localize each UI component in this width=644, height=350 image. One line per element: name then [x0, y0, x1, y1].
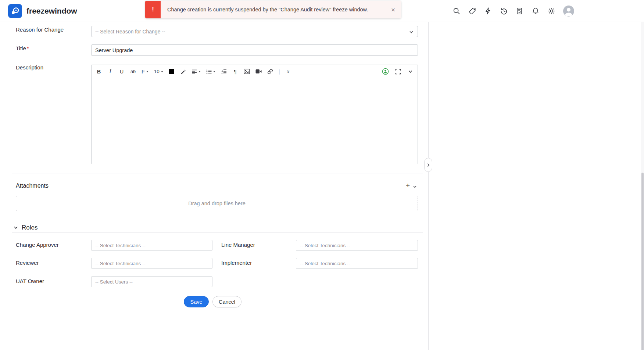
settings-icon[interactable] — [547, 7, 555, 15]
app-name: freezewindow — [26, 7, 77, 15]
editor-toolbar: B I U ab F 10 ¶ — [92, 65, 418, 78]
section-divider — [12, 173, 423, 173]
uat-owner-label: UAT Owner — [16, 278, 44, 284]
reason-for-change-select[interactable]: -- Select Reason for Change -- — [91, 26, 418, 37]
save-button[interactable]: Save — [184, 296, 209, 307]
implementer-input[interactable] — [296, 258, 418, 269]
insert-video-icon[interactable] — [255, 68, 262, 76]
freeze-warning-toast: ! Change creation is currently suspended… — [145, 1, 401, 18]
reviewer-input[interactable] — [91, 258, 212, 269]
roles-section-toggle[interactable]: Roles — [13, 224, 37, 231]
line-manager-label: Line Manager — [221, 242, 255, 248]
font-family-icon[interactable]: F — [142, 68, 149, 76]
roles-divider — [12, 232, 423, 232]
app-logo-icon — [8, 4, 22, 18]
dropzone-text: Drag and drop files here — [188, 201, 246, 206]
attachments-title: Attachments — [16, 183, 49, 189]
line-manager-input[interactable] — [296, 240, 418, 251]
font-size-icon[interactable]: 10 — [154, 68, 163, 76]
notifications-icon[interactable] — [532, 7, 540, 15]
quick-actions-icon[interactable] — [484, 7, 492, 15]
fullscreen-icon[interactable] — [395, 68, 401, 76]
toolbar-separator: | — [279, 68, 280, 75]
roles-title: Roles — [22, 224, 37, 231]
reviewer-label: Reviewer — [16, 260, 39, 266]
more-tools-icon[interactable]: » — [286, 68, 291, 76]
header-actions — [452, 0, 574, 22]
bold-icon[interactable]: B — [96, 68, 102, 76]
align-icon[interactable] — [192, 68, 201, 76]
add-attachment-icon[interactable]: + — [406, 182, 410, 189]
roles-chevron-icon — [13, 225, 18, 230]
description-textarea[interactable] — [92, 78, 418, 164]
right-panel-toggle[interactable] — [424, 158, 432, 172]
underline-icon[interactable]: U — [119, 68, 125, 76]
chevron-down-icon — [409, 29, 414, 36]
app-brand[interactable]: freezewindow — [8, 4, 77, 18]
outdent-icon[interactable] — [221, 68, 227, 76]
implementer-label: Implementer — [221, 260, 252, 266]
file-dropzone[interactable]: Drag and drop files here — [16, 196, 418, 211]
attachments-chevron-icon[interactable] — [412, 184, 417, 191]
highlight-pen-icon[interactable] — [180, 68, 186, 76]
history-icon[interactable] — [500, 7, 508, 15]
uat-owner-input[interactable] — [91, 276, 212, 287]
search-icon[interactable] — [452, 7, 461, 15]
right-panel-divider — [428, 22, 429, 350]
font-color-icon[interactable] — [169, 68, 175, 76]
change-approver-label: Change Approver — [16, 242, 59, 248]
change-approver-input[interactable] — [91, 240, 212, 251]
avatar[interactable] — [563, 6, 574, 17]
toast-message: Change creation is currently suspended b… — [161, 7, 375, 12]
description-editor: B I U ab F 10 ¶ — [91, 65, 418, 164]
insert-link-icon[interactable] — [267, 68, 273, 76]
list-icon[interactable] — [206, 68, 215, 76]
top-bar: freezewindow ! Change creation is curren… — [0, 0, 644, 22]
reason-for-change-value: -- Select Reason for Change -- — [95, 29, 165, 35]
description-label: Description — [16, 64, 43, 71]
paragraph-icon[interactable]: ¶ — [232, 68, 238, 76]
strikethrough-icon[interactable]: ab — [130, 68, 136, 76]
required-asterisk: * — [27, 45, 29, 51]
title-input[interactable] — [91, 44, 418, 56]
cancel-button[interactable]: Cancel — [212, 296, 242, 307]
alert-icon: ! — [145, 1, 161, 18]
approvals-icon[interactable] — [516, 7, 524, 15]
mention-user-icon[interactable] — [382, 68, 389, 76]
reason-for-change-label: Reason for Change — [16, 26, 64, 33]
title-label: Title* — [16, 45, 29, 51]
chevron-right-icon — [426, 163, 430, 167]
release-tag-icon[interactable] — [468, 7, 476, 15]
toolbar-expand-icon[interactable] — [407, 68, 413, 76]
italic-icon[interactable]: I — [107, 68, 113, 76]
insert-image-icon[interactable] — [244, 68, 250, 76]
toast-close-icon[interactable]: × — [391, 6, 395, 13]
vertical-scrollbar[interactable] — [641, 22, 644, 350]
scrollbar-thumb[interactable] — [641, 173, 644, 350]
